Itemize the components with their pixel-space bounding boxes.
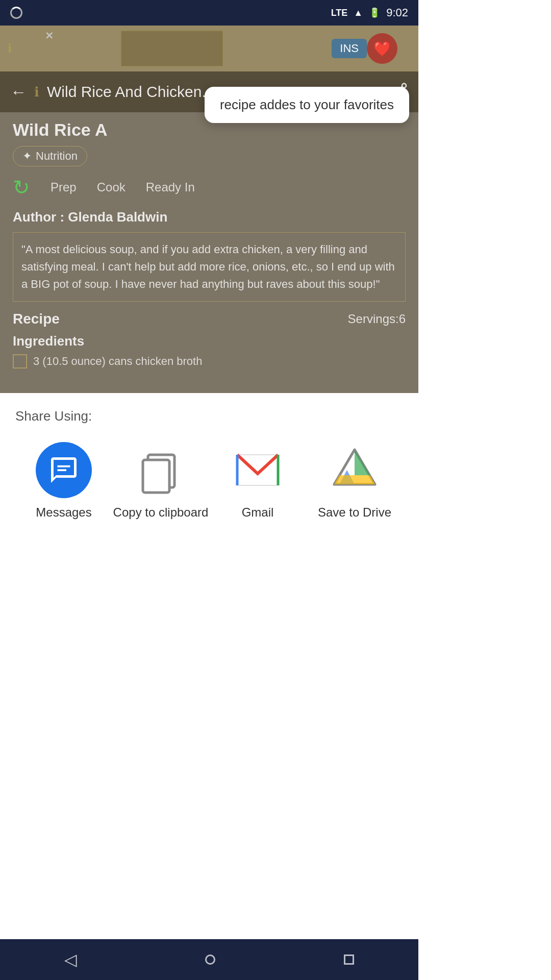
- share-option-messages[interactable]: Messages: [15, 442, 112, 521]
- share-option-drive[interactable]: Save to Drive: [306, 442, 403, 521]
- clock-icon: ↻: [13, 176, 30, 199]
- bottom-nav: ◁: [0, 939, 418, 980]
- drive-svg: [329, 445, 380, 496]
- servings-label: Servings:6: [348, 312, 406, 326]
- svg-rect-6: [143, 460, 169, 493]
- nutrition-icon: ✦: [22, 150, 32, 163]
- favorites-tooltip: recipe addes to your favorites: [205, 87, 409, 123]
- share-option-clipboard[interactable]: Copy to clipboard: [112, 442, 209, 521]
- battery-icon: 🔋: [369, 7, 380, 18]
- heart-button[interactable]: ❤️: [367, 33, 397, 64]
- messages-svg: [48, 455, 79, 485]
- home-nav-button[interactable]: [205, 954, 215, 965]
- status-bar: LTE ▲ 🔋 9:02: [0, 0, 418, 26]
- prep-label: Prep: [51, 180, 77, 194]
- clipboard-svg: [135, 445, 186, 496]
- share-options: Messages Copy to clipboard: [15, 442, 403, 521]
- back-nav-button[interactable]: ◁: [64, 950, 77, 969]
- drive-icon: [327, 442, 383, 498]
- messages-label: Messages: [36, 504, 91, 521]
- share-background-icon: ⋮: [397, 41, 411, 57]
- nutrition-label: Nutrition: [36, 150, 78, 163]
- info-header-icon: ℹ: [34, 84, 39, 100]
- recipe-description: "A most delicious soup, and if you add e…: [13, 232, 406, 302]
- time-display: 9:02: [386, 6, 408, 19]
- spinner-icon: [10, 7, 22, 19]
- share-sheet: Share Using: Messages Copy: [0, 393, 418, 699]
- author-label: Author : Glenda Baldwin: [13, 209, 406, 225]
- recipe-section-label: Recipe: [13, 311, 60, 327]
- tooltip-text: recipe addes to your favorites: [220, 97, 394, 112]
- svg-marker-12: [355, 450, 370, 475]
- ingredient-item: 3 (10.5 ounce) cans chicken broth: [13, 354, 406, 369]
- ingredient-checkbox[interactable]: [13, 354, 27, 369]
- gmail-icon: [230, 442, 286, 498]
- recipe-row: Recipe Servings:6: [13, 311, 406, 327]
- info-icon: ℹ: [8, 42, 12, 55]
- clipboard-icon: [133, 442, 189, 498]
- gmail-svg: [235, 452, 281, 488]
- lte-indicator: LTE: [331, 8, 348, 18]
- share-title: Share Using:: [15, 408, 403, 424]
- ready-in-label: Ready In: [146, 180, 195, 194]
- recipe-content: Wild Rice A ✦ Nutrition ↻ Prep Cook Read…: [0, 112, 418, 376]
- cook-label: Cook: [97, 180, 126, 194]
- svg-marker-13: [334, 475, 375, 484]
- ad-close-icon[interactable]: ✕: [45, 30, 54, 42]
- drive-label: Save to Drive: [318, 504, 391, 521]
- gmail-label: Gmail: [242, 504, 274, 521]
- clipboard-label: Copy to clipboard: [113, 504, 209, 521]
- ingredients-heading: Ingredients: [13, 333, 406, 349]
- time-row: ↻ Prep Cook Ready In: [13, 176, 406, 199]
- back-button[interactable]: ←: [10, 83, 27, 102]
- share-option-gmail[interactable]: Gmail: [209, 442, 306, 521]
- messages-icon: [36, 442, 92, 498]
- ingredient-text: 3 (10.5 ounce) cans chicken broth: [33, 355, 202, 368]
- background-content: ℹ ✕ INS ❤️ ⋮ ← ℹ Wild Rice And Chicken..…: [0, 26, 418, 393]
- recents-nav-button[interactable]: [344, 954, 354, 965]
- signal-icon: ▲: [354, 8, 363, 18]
- ad-banner: ℹ ✕ INS ❤️ ⋮: [0, 26, 418, 71]
- ad-cta-button[interactable]: INS: [332, 39, 367, 58]
- nutrition-tab[interactable]: ✦ Nutrition: [13, 146, 87, 166]
